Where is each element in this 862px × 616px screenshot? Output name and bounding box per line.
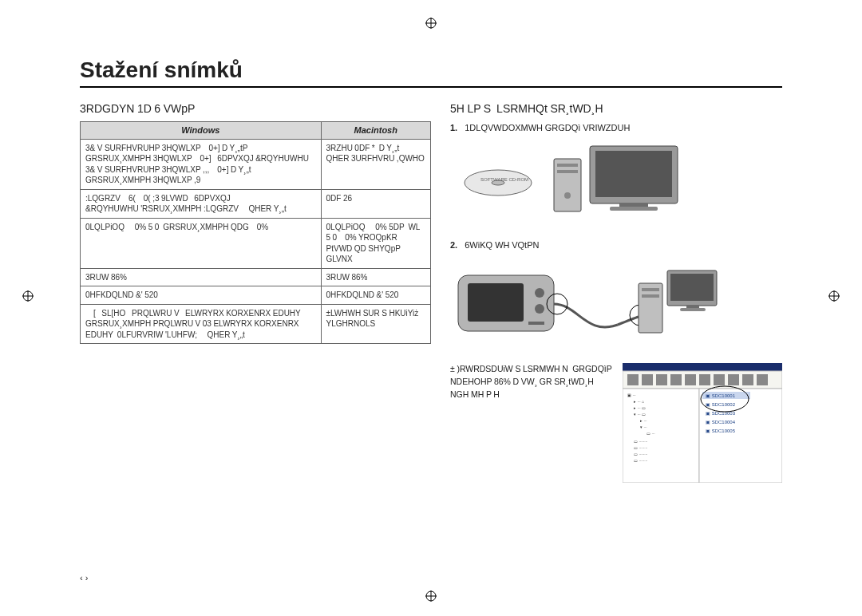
cell: 3RUW 86% [321,268,430,286]
svg-text:▸ ··· ⌂: ▸ ··· ⌂ [634,399,644,404]
cell: :LQGRZV 6( 0( ;3 9LVWD 6DPVXQJ &RQYHUWHU… [81,189,322,218]
step-number: 1. [450,123,457,132]
th-windows: Windows [81,122,322,140]
svg-text:▭ ········: ▭ ········ [634,458,648,463]
svg-text:▣ SDC10004: ▣ SDC10004 [706,420,736,424]
svg-rect-36 [680,308,706,311]
cell: 3RUW 86% [81,268,322,286]
cell: 3RZHU 0DF * D Y¸„t QHER 3URFHVRU ,QWHO [321,139,430,189]
svg-rect-49 [757,374,768,385]
svg-rect-47 [728,374,739,385]
cell: 0HFKDQLND &' 520 [81,286,322,305]
step-item: 1. 1DLQVWDOXMWH GRGDQì VRIWZDUH [450,121,782,227]
svg-rect-32 [642,294,659,298]
svg-text:▣ SDC10001: ▣ SDC10001 [706,393,736,398]
svg-rect-45 [699,374,710,385]
download-pictures-illustration [450,256,782,352]
step-text: 6WiKQ WH VQtPN [465,240,541,250]
svg-rect-44 [685,374,696,385]
svg-text:▣ SDC10005: ▣ SDC10005 [706,428,736,433]
svg-text:▭ ···: ▭ ··· [646,431,655,436]
step-text: 1DLQVWDOXMWH GRGDQì VRIWZDUH [465,123,632,132]
svg-text:▭ ········: ▭ ········ [634,439,648,444]
install-software-illustration: SOFTWARE CD-ROM [450,140,782,227]
table-row: [ SL[HO PRQLWRU V ELWRYRX KORXENRX EDUHY… [81,304,431,344]
svg-rect-15 [610,207,658,211]
right-section-heading: 5H LP S LSRMHQt SR¸tWD¸H [450,102,782,115]
step-number: 2. [450,240,457,250]
svg-rect-38 [623,363,782,371]
svg-rect-27 [528,322,544,325]
svg-rect-34 [670,274,714,301]
svg-rect-13 [595,151,672,197]
svg-text:SOFTWARE CD-ROM: SOFTWARE CD-ROM [480,177,528,182]
cell: 3& V SURFHVRUHP 3HQWLXP 0+] D Y¸„tP GRSR… [81,139,322,189]
cell: 0HFKDQLND &' 520 [321,286,430,305]
svg-rect-24 [468,283,524,322]
svg-point-25 [535,288,544,298]
svg-point-19 [564,192,571,199]
svg-rect-17 [557,164,578,167]
th-macintosh: Macintosh [321,122,430,140]
page-title: Stažení snímků [80,57,782,88]
svg-rect-48 [742,374,753,385]
system-requirements-table: Windows Macintosh 3& V SURFHVRUHP 3HQWLX… [80,121,431,344]
table-row: :LQGRZV 6( 0( ;3 9LVWD 6DPVXQJ &RQYHUWHU… [81,189,431,218]
svg-text:▸ ···: ▸ ··· [640,418,647,423]
svg-rect-40 [627,374,639,385]
cell: 0DF 26 [321,189,430,218]
svg-text:▾ ··· ▭: ▾ ··· ▭ [634,412,646,417]
svg-rect-41 [642,374,653,385]
svg-text:▣ ···: ▣ ··· [627,393,636,397]
svg-rect-46 [714,374,725,385]
cell: [ SL[HO PRQLWRU V ELWRYRX KORXENRX EDUHY… [81,304,322,344]
svg-text:▭ ········: ▭ ········ [634,445,648,450]
svg-rect-14 [619,203,648,207]
svg-rect-35 [686,306,699,308]
cell: ±LWHWH SUR S HKUiYiż YLGHRNOLS [321,304,430,344]
cell: 0LQLPiOQ 0% 5 0 GRSRUX¸XMHPH QDG 0% [81,218,322,268]
table-row: 0HFKDQLND &' 520 0HFKDQLND &' 520 [81,286,431,305]
svg-text:▣ SDC10002: ▣ SDC10002 [706,402,736,407]
svg-rect-18 [557,170,578,173]
page-number: ‹ › [80,573,88,582]
table-row: 3RUW 86% 3RUW 86% [81,268,431,286]
svg-rect-31 [642,288,659,291]
svg-text:▸ ··· ▭: ▸ ··· ▭ [634,405,646,410]
svg-rect-43 [670,374,682,385]
footnote-text: ± )RWRDSDUiW S LSRMWH N GRGDQìP NDEHOHP … [450,363,615,487]
svg-text:▾ ···: ▾ ··· [640,424,647,429]
svg-text:▭ ········: ▭ ········ [634,452,648,456]
svg-point-26 [535,304,544,314]
svg-rect-42 [656,374,667,385]
step-item: 2. 6WiKQ WH VQtPN [450,239,782,353]
table-row: 3& V SURFHVRUHP 3HQWLXP 0+] D Y¸„tP GRSR… [81,139,431,189]
cell: 0LQLPiOQ 0% 5DP WL 5 0 0% YROQpKR PtVWD … [321,218,430,268]
left-section-heading: 3RDGDYN 1D 6 VWpP [80,102,431,115]
software-window-illustration: ▣ ··· ▸ ··· ⌂ ▸ ··· ▭ ▾ ··· ▭ ▸ ··· ▾ ··… [623,363,782,487]
table-row: 0LQLPiOQ 0% 5 0 GRSRUX¸XMHPH QDG 0% 0LQL… [81,218,431,268]
